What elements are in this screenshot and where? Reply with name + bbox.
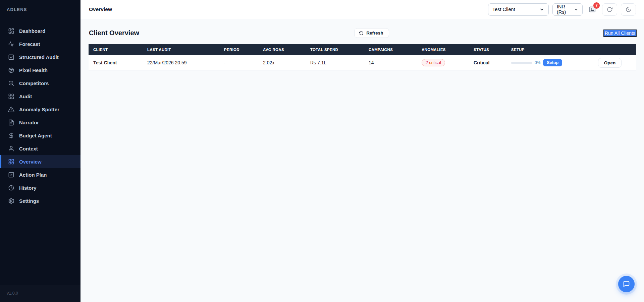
setup-progress-bar <box>511 62 532 64</box>
column-header-client: CLIENT <box>89 44 143 55</box>
chat-fab-button[interactable] <box>618 276 635 292</box>
sidebar-item-audit[interactable]: Audit <box>0 90 80 103</box>
square-check-icon <box>8 54 14 60</box>
topbar: Overview Test Client INR (Rs) 7 <box>80 0 644 19</box>
main-content: Client Overview Refresh Run All Clients … <box>80 19 644 302</box>
sidebar-item-label: Settings <box>19 198 39 204</box>
dribbble-icon <box>8 67 14 73</box>
status-badge: Critical <box>469 55 506 70</box>
column-header-total-spend: TOTAL SPEND <box>306 44 364 55</box>
cell-period: - <box>219 55 258 70</box>
sidebar-item-label: Forecast <box>19 41 40 47</box>
sidebar-footer: v1.0.0 <box>0 285 80 302</box>
column-header-anomalies: ANOMALIES <box>417 44 469 55</box>
sidebar-item-label: Context <box>19 146 38 152</box>
cell-total-spend: Rs 7.1L <box>306 55 364 70</box>
overview-grid-icon <box>8 159 14 165</box>
clock-icon <box>8 185 14 191</box>
sidebar-item-forecast[interactable]: Forecast <box>0 38 80 51</box>
column-header-campaigns: CAMPAIGNS <box>364 44 417 55</box>
column-header-status: STATUS <box>469 44 506 55</box>
sidebar-item-pixel-health[interactable]: Pixel Health <box>0 64 80 77</box>
sidebar-item-label: Budget Agent <box>19 133 52 138</box>
page-title: Overview <box>89 6 112 12</box>
rotate-ccw-icon <box>359 31 364 36</box>
refresh-button-label: Refresh <box>366 31 383 36</box>
zoom-in-icon <box>8 80 14 86</box>
column-header-avg-roas: AVG ROAS <box>258 44 306 55</box>
dollar-icon <box>8 132 14 139</box>
alert-triangle-icon <box>8 106 14 113</box>
brand-logo: ADLENS <box>0 0 80 19</box>
sidebar-item-label: Narrator <box>19 120 39 125</box>
sidebar-item-label: Action Plan <box>19 172 47 178</box>
grid-icon <box>8 93 14 100</box>
refresh-button[interactable]: Refresh <box>354 28 389 38</box>
sidebar-nav: Dashboard Forecast Structured Audit Pixe… <box>0 19 80 285</box>
currency-select[interactable]: INR (Rs) <box>552 3 583 16</box>
setup-percent: 0% <box>535 60 540 65</box>
column-header-period: PERIOD <box>219 44 258 55</box>
moon-icon <box>626 7 631 12</box>
section-title: Client Overview <box>89 29 139 37</box>
user-icon <box>8 145 14 152</box>
chevron-down-icon <box>574 7 578 12</box>
sidebar-item-label: Competitors <box>19 80 49 86</box>
sidebar-item-label: History <box>19 185 37 191</box>
notification-badge: 7 <box>593 2 600 9</box>
cell-client: Test Client <box>89 55 143 70</box>
sidebar-item-budget-agent[interactable]: Budget Agent <box>0 129 80 142</box>
cell-actions: Open <box>584 55 636 70</box>
sidebar-item-structured-audit[interactable]: Structured Audit <box>0 51 80 64</box>
sidebar-item-label: Dashboard <box>19 28 45 34</box>
sidebar-item-label: Audit <box>19 94 32 99</box>
dashboard-icon <box>8 28 14 34</box>
gear-icon <box>8 198 14 204</box>
client-select[interactable]: Test Client <box>488 3 549 16</box>
notification-button[interactable]: 7 <box>586 3 598 16</box>
cell-avg-roas: 2.02x <box>258 55 306 70</box>
topbar-controls: Test Client INR (Rs) 7 <box>488 3 636 16</box>
sidebar-item-narrator[interactable]: Narrator <box>0 116 80 129</box>
anomalies-badge: 2 critical <box>422 59 445 66</box>
currency-select-value: INR (Rs) <box>557 4 572 15</box>
sidebar-item-dashboard[interactable]: Dashboard <box>0 24 80 38</box>
sidebar-item-overview[interactable]: Overview <box>0 155 80 168</box>
column-header-last-audit: LAST AUDIT <box>143 44 219 55</box>
sidebar-item-label: Overview <box>19 159 42 165</box>
table-row: Test Client 22/Mar/2026 20:59 - 2.02x Rs… <box>89 55 636 70</box>
activity-icon <box>8 41 14 47</box>
open-button[interactable]: Open <box>598 58 622 68</box>
app-version: v1.0.0 <box>7 291 18 296</box>
cell-campaigns: 14 <box>364 55 417 70</box>
setup-button[interactable]: Setup <box>543 59 562 66</box>
table-header-row: CLIENT LAST AUDIT PERIOD AVG ROAS TOTAL … <box>89 44 636 55</box>
cell-setup: 0% Setup <box>506 55 584 70</box>
square-check-icon <box>8 172 14 178</box>
refresh-cw-icon <box>607 7 612 12</box>
cell-last-audit: 22/Mar/2026 20:59 <box>143 55 219 70</box>
sidebar-item-action-plan[interactable]: Action Plan <box>0 168 80 181</box>
file-text-icon <box>8 119 14 126</box>
chat-bubble-icon <box>623 281 630 288</box>
client-select-value: Test Client <box>492 7 515 12</box>
client-overview-table: CLIENT LAST AUDIT PERIOD AVG ROAS TOTAL … <box>89 44 636 70</box>
sidebar-item-anomaly-spotter[interactable]: Anomaly Spotter <box>0 103 80 116</box>
column-header-actions <box>584 44 636 55</box>
sidebar-item-competitors[interactable]: Competitors <box>0 77 80 90</box>
sidebar-item-context[interactable]: Context <box>0 142 80 155</box>
refresh-icon-button[interactable] <box>602 3 617 16</box>
cell-anomalies: 2 critical <box>417 55 469 70</box>
sidebar-item-history[interactable]: History <box>0 181 80 194</box>
sidebar: ADLENS Dashboard Forecast Structured Aud… <box>0 0 80 302</box>
chevron-down-icon <box>539 7 544 12</box>
run-all-clients-button[interactable]: Run All Clients <box>604 30 636 36</box>
section-header: Client Overview Refresh Run All Clients <box>80 19 644 44</box>
column-header-setup: SETUP <box>506 44 584 55</box>
sidebar-item-label: Pixel Health <box>19 67 48 73</box>
sidebar-item-label: Anomaly Spotter <box>19 107 59 112</box>
sidebar-item-settings[interactable]: Settings <box>0 194 80 207</box>
dark-mode-toggle[interactable] <box>621 3 636 16</box>
sidebar-item-label: Structured Audit <box>19 54 59 60</box>
